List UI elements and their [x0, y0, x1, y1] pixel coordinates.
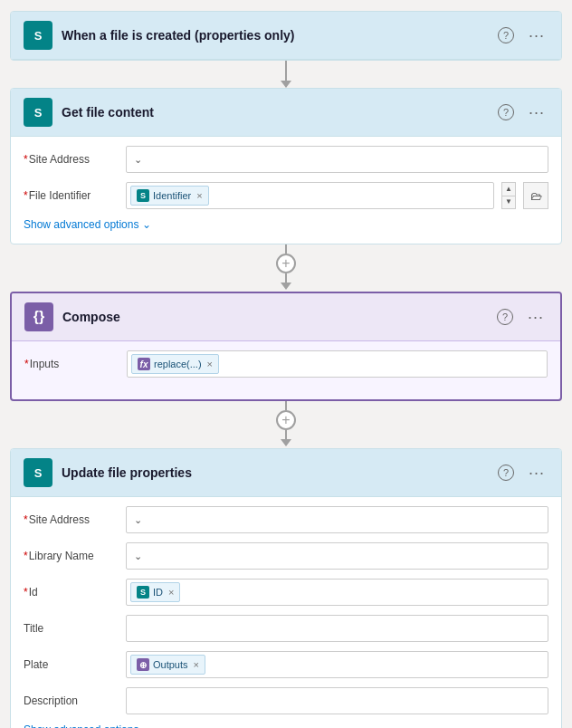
- outputs-token-icon: ⊕: [137, 658, 149, 671]
- update-file-menu-button[interactable]: ···: [525, 463, 548, 483]
- outputs-token-label: Outputs: [153, 659, 188, 670]
- library-name-label: *Library Name: [24, 550, 119, 562]
- get-file-content-actions: ? ···: [498, 102, 548, 122]
- compose-menu-button[interactable]: ···: [524, 307, 548, 327]
- add-step-button-2[interactable]: +: [276, 410, 296, 430]
- get-file-content-menu-button[interactable]: ···: [525, 102, 548, 122]
- title-label: Title: [24, 622, 119, 635]
- get-file-content-help-icon[interactable]: ?: [498, 104, 514, 120]
- get-file-content-header: S Get file content ? ···: [11, 89, 561, 137]
- compose-card-body: *Inputs fx replace(...) ×: [12, 341, 560, 399]
- compose-inputs-field[interactable]: fx replace(...) ×: [127, 350, 548, 378]
- conn-line-top-1: [285, 244, 287, 254]
- update-file-help-icon[interactable]: ?: [498, 465, 514, 481]
- get-file-advanced-link[interactable]: Show advanced options ⌄: [24, 218, 548, 231]
- trigger-help-icon[interactable]: ?: [498, 27, 514, 43]
- site-address-row: *Site Address ⌄: [24, 146, 548, 173]
- stepper-up-button[interactable]: ▲: [502, 183, 515, 196]
- identifier-token: S Identifier ×: [130, 186, 209, 206]
- advanced-chevron-icon: ⌄: [142, 218, 151, 231]
- update-site-address-input[interactable]: ⌄: [126, 506, 548, 533]
- site-address-chevron-icon: ⌄: [134, 154, 142, 166]
- update-site-address-label: *Site Address: [24, 513, 119, 526]
- compose-card: {} Compose ? ··· *Inputs fx replace(...): [10, 292, 562, 401]
- compose-inputs-row: *Inputs fx replace(...) ×: [24, 350, 548, 378]
- description-row: Description: [24, 687, 548, 714]
- trigger-actions: ? ···: [498, 25, 548, 45]
- identifier-token-icon: S: [137, 189, 149, 202]
- trigger-icon: S: [24, 21, 52, 50]
- trigger-title: When a file is created (properties only): [62, 28, 489, 43]
- title-input[interactable]: [126, 615, 548, 642]
- plate-label: Plate: [24, 658, 119, 671]
- title-row: Title: [24, 615, 548, 642]
- update-id-label: *Id: [24, 586, 119, 599]
- browse-button[interactable]: 🗁: [523, 182, 548, 209]
- compose-help-icon[interactable]: ?: [497, 309, 513, 325]
- connector-plus-2: +: [276, 401, 296, 448]
- id-token-label: ID: [153, 587, 163, 598]
- update-file-properties-body: *Site Address ⌄ *Library Name ⌄ *Id: [11, 497, 561, 728]
- conn-arrow-2: [281, 439, 291, 446]
- replace-token: fx replace(...) ×: [131, 354, 219, 374]
- compose-title: Compose: [62, 310, 488, 324]
- compose-icon: {}: [24, 302, 53, 331]
- update-file-properties-actions: ? ···: [498, 463, 548, 483]
- description-input[interactable]: [126, 687, 548, 714]
- compose-inputs-label: *Inputs: [24, 358, 119, 370]
- update-file-properties-icon: S: [24, 458, 52, 487]
- update-file-properties-title: Update file properties: [62, 465, 489, 480]
- library-name-input[interactable]: ⌄: [126, 542, 548, 570]
- file-identifier-label: *File Identifier: [24, 189, 119, 202]
- get-file-content-icon: S: [24, 98, 52, 127]
- replace-token-close[interactable]: ×: [207, 359, 213, 369]
- update-id-row: *Id S ID ×: [24, 579, 548, 606]
- site-address-label: *Site Address: [24, 153, 119, 166]
- replace-token-label: replace(...): [154, 359, 202, 369]
- plate-input[interactable]: ⊕ Outputs ×: [126, 651, 548, 678]
- get-file-content-body: *Site Address ⌄ *File Identifier S Ident…: [11, 137, 561, 244]
- connector-line-1: [285, 61, 287, 81]
- conn-line-bottom-1: [285, 273, 287, 283]
- compose-card-header: {} Compose ? ···: [12, 293, 560, 341]
- update-site-address-chevron-icon: ⌄: [134, 514, 142, 526]
- file-id-stepper: ▲ ▼: [501, 182, 516, 209]
- id-token: S ID ×: [130, 582, 180, 602]
- update-file-properties-card: S Update file properties ? ··· *Site Add…: [10, 448, 562, 728]
- get-file-content-title: Get file content: [62, 105, 489, 120]
- conn-line-top-2: [285, 401, 287, 410]
- compose-actions: ? ···: [497, 307, 548, 327]
- replace-token-icon: fx: [138, 358, 150, 370]
- add-step-button-1[interactable]: +: [276, 254, 296, 273]
- outputs-token: ⊕ Outputs ×: [130, 655, 205, 675]
- trigger-card-header: S When a file is created (properties onl…: [11, 12, 561, 60]
- plate-row: Plate ⊕ Outputs ×: [24, 651, 548, 678]
- connector-plus-1: +: [276, 244, 296, 292]
- trigger-card: S When a file is created (properties onl…: [10, 11, 562, 61]
- identifier-token-label: Identifier: [153, 190, 191, 201]
- update-id-input[interactable]: S ID ×: [126, 579, 548, 606]
- connector-1: [281, 61, 291, 88]
- library-name-row: *Library Name ⌄: [24, 542, 548, 570]
- conn-arrow-1: [281, 283, 291, 290]
- update-advanced-chevron-icon: ⌄: [142, 723, 151, 728]
- trigger-menu-button[interactable]: ···: [525, 25, 548, 45]
- get-file-content-card: S Get file content ? ··· *Site Address ⌄: [10, 88, 562, 244]
- outputs-token-close[interactable]: ×: [194, 659, 199, 670]
- update-site-address-row: *Site Address ⌄: [24, 506, 548, 533]
- library-name-chevron-icon: ⌄: [134, 551, 142, 562]
- connector-arrow-1: [281, 81, 291, 88]
- conn-line-bottom-2: [285, 430, 287, 439]
- update-file-advanced-link[interactable]: Show advanced options ⌄: [24, 723, 548, 728]
- description-label: Description: [24, 694, 119, 707]
- id-token-icon: S: [137, 586, 149, 599]
- identifier-token-close[interactable]: ×: [196, 190, 202, 201]
- update-file-properties-header: S Update file properties ? ···: [11, 449, 561, 497]
- site-address-input[interactable]: ⌄: [126, 146, 548, 173]
- id-token-close[interactable]: ×: [168, 587, 174, 598]
- flow-canvas: S When a file is created (properties onl…: [11, 11, 561, 728]
- file-identifier-row: *File Identifier S Identifier × ▲ ▼ 🗁: [24, 182, 548, 209]
- stepper-down-button[interactable]: ▼: [502, 196, 515, 209]
- file-identifier-input[interactable]: S Identifier ×: [126, 182, 494, 209]
